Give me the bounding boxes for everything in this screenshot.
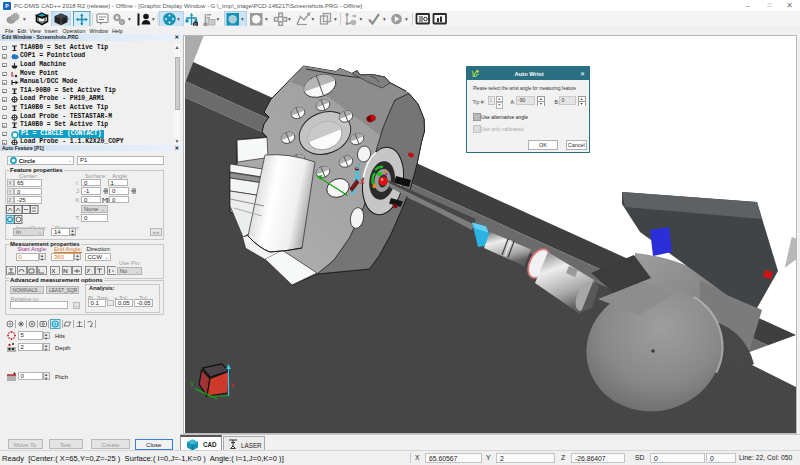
svg-text:▾: ▾ <box>288 16 291 22</box>
svg-text:▾: ▾ <box>128 16 131 22</box>
svg-text:▾: ▾ <box>217 16 220 22</box>
svg-text:▾: ▾ <box>241 16 244 22</box>
svg-text:X: X <box>360 178 365 185</box>
svg-text:▾: ▾ <box>177 16 180 22</box>
svg-text:X: X <box>231 382 236 389</box>
svg-text:▾: ▾ <box>383 16 386 22</box>
svg-text:Y: Y <box>190 381 195 388</box>
svg-text:▾: ▾ <box>360 16 363 22</box>
svg-text:▾: ▾ <box>405 16 408 22</box>
svg-text:▾: ▾ <box>312 16 315 22</box>
svg-text:▾: ▾ <box>23 16 26 22</box>
svg-text:▾: ▾ <box>152 16 155 22</box>
svg-text:▾: ▾ <box>66 16 69 22</box>
svg-text:▾: ▾ <box>265 16 268 22</box>
svg-text:▾: ▾ <box>334 16 337 22</box>
svg-text:Z: Z <box>356 163 360 170</box>
